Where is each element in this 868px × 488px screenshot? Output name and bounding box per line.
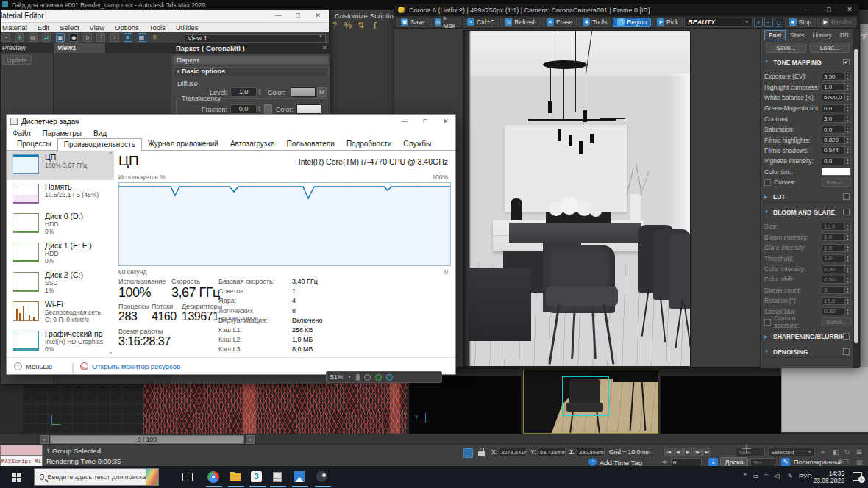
refresh-button[interactable]: ↻Refresh (500, 18, 541, 27)
load-config-button[interactable]: Load... (810, 43, 850, 53)
spinner-snap-icon[interactable]: ⇅ (357, 21, 364, 30)
tray-expand-icon[interactable]: ⌃ (742, 473, 748, 480)
save-config-button[interactable]: Save... (766, 43, 806, 53)
tone-mapping-checkbox[interactable]: ✔ (843, 59, 850, 65)
lut-header[interactable]: LUT ✔ (764, 192, 851, 203)
curves-checkbox[interactable] (764, 179, 771, 186)
x-coordinate-field[interactable]: 3273,841mm (499, 448, 527, 456)
tools-button[interactable]: ✱Tools (578, 18, 611, 27)
navigator-icon[interactable]: ▦ (138, 33, 146, 42)
assign-material-icon[interactable]: ✛ (15, 33, 24, 42)
lut-checkbox[interactable]: ✔ (843, 193, 850, 200)
status-teal-icon[interactable] (386, 374, 393, 381)
fewer-details-button[interactable]: Меньше (26, 362, 52, 370)
z-coordinate-field[interactable]: 380,898mm (577, 448, 605, 456)
maxscript-mini-listener[interactable]: MAXScript Mi (0, 456, 43, 467)
taskbar-icon-photos[interactable] (294, 471, 306, 484)
param-field[interactable]: 1,0 (822, 244, 851, 252)
spinner[interactable] (844, 266, 850, 273)
sidebar-item[interactable]: Wi-Fi Беспроводная сеть О: 0 П: 0 кбит/с (7, 298, 114, 327)
spinner[interactable] (844, 115, 850, 122)
zoom-level[interactable]: 51% (330, 373, 343, 381)
spinner[interactable] (844, 84, 850, 90)
taskbar-icon-notepad[interactable] (271, 471, 284, 484)
param-field[interactable]: 1,0 (822, 83, 851, 91)
param-field[interactable]: 0,0 (822, 126, 851, 134)
color-tint-swatch[interactable] (822, 168, 851, 176)
param-field[interactable]: 0,0 (822, 157, 851, 165)
menu-item[interactable]: Edit (38, 24, 49, 32)
minimize-button[interactable]: — (800, 6, 817, 13)
fraction-field[interactable]: 0,0 (230, 104, 257, 114)
tab[interactable]: Службы (397, 138, 437, 151)
viewport-shaded-chair[interactable] (523, 370, 658, 434)
sidebar-item[interactable]: Диск 1 (E: F:) HDD 0% (7, 239, 114, 268)
param-field[interactable]: 0,820 (822, 136, 851, 144)
panel-tab[interactable]: History (808, 31, 835, 40)
spinner[interactable] (844, 298, 850, 304)
tray-network-icon[interactable]: ◠ (764, 473, 769, 479)
pan-icon[interactable]: ◧ (833, 448, 839, 456)
viewport-perspective-wireframe[interactable] (22, 376, 407, 434)
update-button[interactable]: Update (2, 55, 32, 65)
tray-language[interactable]: РУС (799, 473, 812, 480)
lock-icon[interactable] (478, 451, 485, 456)
diffuse-color-swatch[interactable] (291, 87, 316, 97)
hierarchy-icon[interactable]: ⇄ (42, 33, 51, 42)
sample-type-icon[interactable]: 0 (83, 33, 92, 42)
tab[interactable]: Процессы (11, 138, 57, 151)
denoising-checkbox[interactable]: ✔ (843, 348, 850, 355)
maximize-button[interactable]: □ (416, 118, 435, 125)
sidebar-scroll-up[interactable]: ⌃ (108, 151, 113, 158)
param-field[interactable]: 0,30 (822, 265, 851, 273)
corona-titlebar[interactable]: Corona 6 (Hotfix 2) | 499×750px (1:1) | … (394, 4, 858, 16)
zoom-in-icon[interactable]: + (754, 18, 763, 27)
taskbar-icon-steam[interactable] (316, 471, 329, 484)
spinner[interactable] (844, 137, 850, 143)
pick-button[interactable]: ➤Pick (652, 18, 683, 27)
diffuse-map-button[interactable]: M (317, 87, 327, 97)
tab[interactable]: Журнал приложений (142, 138, 224, 151)
sidebar-item[interactable]: Графический пр Intel(R) HD Graphics 0% (7, 327, 114, 356)
tab[interactable]: Производительность (57, 138, 142, 151)
close-button[interactable]: ✕ (309, 12, 327, 19)
menu-item[interactable]: Tools (149, 24, 166, 32)
spinner[interactable] (844, 287, 850, 293)
tray-pen-icon[interactable]: ✎ (788, 473, 793, 479)
overlay-extra-icon[interactable]: ❐ (843, 459, 849, 466)
tab[interactable]: Пользователи (281, 138, 341, 151)
spinner[interactable] (844, 94, 850, 101)
sharpening-header[interactable]: SHARPENING/BLURRING ✔ (764, 331, 851, 342)
spinner[interactable] (844, 255, 850, 262)
taskbar-icon-chrome[interactable] (207, 471, 220, 484)
mouse-mode-icon[interactable]: ⌖ (821, 448, 825, 456)
menu-item[interactable]: Параметры (43, 129, 82, 137)
panel-tab[interactable]: Stats (786, 31, 808, 40)
orbit-icon[interactable]: ↻ (844, 448, 850, 456)
view-tab[interactable]: View1 (54, 43, 105, 53)
maximize-button[interactable]: □ (289, 12, 307, 19)
background-icon[interactable]: ◆ (69, 33, 78, 42)
maximize-viewport-icon[interactable]: ⊞ (856, 448, 862, 456)
sidebar-item[interactable]: Диск 2 (C:) SSD 1% (7, 268, 114, 298)
spinner[interactable] (844, 105, 850, 112)
param-field[interactable]: 15,0 (822, 223, 851, 231)
key-icon[interactable]: ⚿ (151, 33, 160, 42)
panel-tab[interactable]: Post (764, 30, 786, 40)
sharpening-checkbox[interactable]: ✔ (843, 333, 850, 340)
go-to-start-button[interactable]: |◀ (664, 448, 673, 456)
curves-editor-button[interactable]: Editor... (822, 178, 851, 187)
zoom-out-icon[interactable]: − (764, 18, 773, 27)
maximize-button[interactable]: □ (821, 6, 837, 13)
prev-frame-button[interactable]: ◀| (674, 448, 683, 456)
status-green-icon[interactable] (375, 374, 382, 381)
spinner[interactable] (844, 73, 850, 80)
close-icon[interactable]: ✕ (321, 44, 327, 51)
translucency-color-swatch[interactable] (296, 104, 321, 114)
spinner[interactable] (844, 147, 850, 154)
sidebar-scroll-down[interactable]: ⌄ (108, 348, 113, 355)
viewport-front-black[interactable]: Y (409, 376, 521, 434)
delete-icon[interactable]: ▤ (29, 33, 38, 42)
param-field[interactable]: 0,50 (822, 276, 851, 284)
options-dots-icon[interactable]: ⋮ (96, 33, 105, 42)
